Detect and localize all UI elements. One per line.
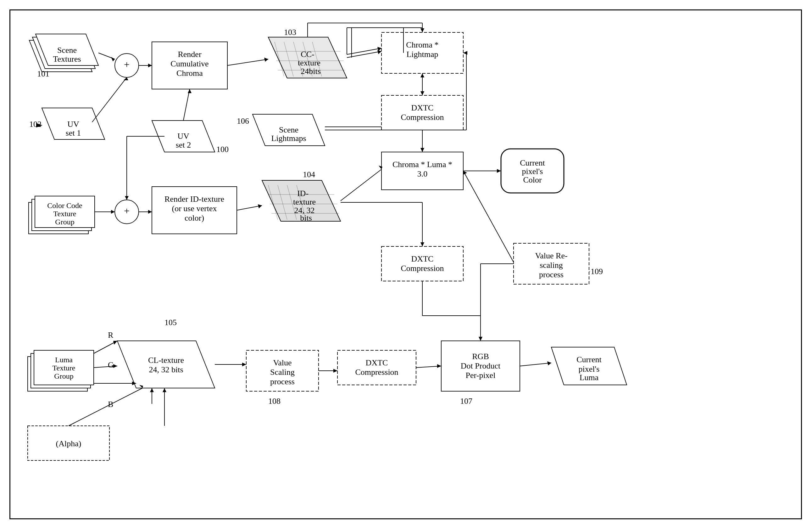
- svg-text:Color: Color: [523, 175, 542, 184]
- svg-marker-189: [377, 50, 381, 54]
- svg-line-76: [237, 206, 262, 210]
- svg-text:Luma: Luma: [580, 373, 599, 382]
- svg-text:+: +: [124, 59, 130, 70]
- svg-text:RGB: RGB: [472, 352, 489, 361]
- svg-text:Render ID-texture: Render ID-texture: [164, 195, 224, 204]
- svg-text:Texture: Texture: [54, 210, 76, 218]
- svg-marker-151: [163, 388, 166, 392]
- svg-line-61: [227, 59, 268, 66]
- svg-marker-22: [124, 78, 128, 80]
- svg-text:texture: texture: [293, 197, 316, 207]
- svg-text:process: process: [270, 377, 295, 386]
- svg-text:Scaling: Scaling: [270, 367, 295, 377]
- svg-text:24, 32 bits: 24, 32 bits: [149, 365, 183, 374]
- svg-text:process: process: [539, 270, 564, 279]
- svg-text:Lightmaps: Lightmaps: [271, 134, 306, 143]
- svg-text:104: 104: [303, 170, 315, 179]
- svg-text:Scene: Scene: [279, 125, 299, 135]
- svg-text:3.0: 3.0: [417, 169, 428, 179]
- svg-text:Per-pixel: Per-pixel: [466, 371, 496, 380]
- diagram-container: Scene Textures 101 UV set 1 102 Color Co…: [10, 10, 802, 519]
- svg-text:Compression: Compression: [355, 367, 398, 377]
- svg-text:pixel's: pixel's: [579, 364, 600, 374]
- svg-text:bits: bits: [300, 213, 312, 223]
- svg-text:set 2: set 2: [176, 140, 191, 150]
- svg-line-188: [347, 51, 381, 58]
- svg-text:Compression: Compression: [401, 113, 444, 122]
- svg-text:Value Re-: Value Re-: [535, 251, 567, 260]
- svg-text:DXTC: DXTC: [411, 254, 434, 263]
- svg-text:Chroma * Luma *: Chroma * Luma *: [392, 160, 452, 169]
- svg-line-179: [520, 363, 551, 366]
- svg-marker-97: [420, 91, 424, 95]
- svg-text:Render: Render: [178, 50, 201, 59]
- svg-marker-34: [188, 89, 191, 93]
- svg-text:DXTC: DXTC: [366, 358, 388, 367]
- svg-marker-141: [113, 341, 117, 345]
- svg-text:pixel's: pixel's: [522, 167, 543, 176]
- svg-marker-77: [258, 204, 262, 208]
- svg-text:Group: Group: [55, 218, 74, 226]
- svg-text:108: 108: [268, 396, 280, 406]
- diagram-svg: Scene Textures 101 UV set 1 102 Color Co…: [10, 10, 803, 520]
- svg-marker-158: [242, 363, 246, 366]
- svg-marker-197: [463, 51, 467, 55]
- svg-text:Cumulative: Cumulative: [171, 59, 208, 68]
- svg-text:Texture: Texture: [53, 364, 75, 372]
- svg-text:Chroma: Chroma: [176, 69, 203, 78]
- svg-text:ID-: ID-: [297, 189, 308, 198]
- svg-line-115: [340, 169, 381, 201]
- svg-text:100: 100: [216, 145, 229, 154]
- svg-line-146: [69, 388, 143, 426]
- svg-text:set 1: set 1: [66, 128, 81, 138]
- svg-text:Scene: Scene: [57, 46, 77, 55]
- svg-text:Compression: Compression: [401, 264, 444, 273]
- svg-text:UV: UV: [67, 120, 79, 129]
- svg-text:DXTC: DXTC: [411, 103, 434, 112]
- svg-text:Current: Current: [520, 158, 545, 167]
- svg-marker-163: [333, 369, 337, 373]
- svg-marker-108: [497, 169, 501, 173]
- svg-marker-28: [148, 64, 152, 67]
- svg-text:UV: UV: [177, 131, 189, 141]
- svg-text:texture: texture: [298, 58, 320, 67]
- svg-text:Lightmap: Lightmap: [406, 50, 438, 59]
- svg-text:(Alpha): (Alpha): [56, 439, 82, 448]
- svg-text:R: R: [108, 331, 114, 339]
- svg-text:G: G: [108, 360, 114, 369]
- svg-text:Luma: Luma: [55, 355, 73, 364]
- svg-marker-143: [113, 364, 117, 368]
- svg-text:Value: Value: [273, 358, 291, 367]
- svg-marker-102: [420, 148, 424, 152]
- svg-text:106: 106: [237, 116, 249, 126]
- svg-marker-114: [420, 242, 424, 247]
- svg-text:Current: Current: [577, 355, 601, 364]
- svg-text:Dot Product: Dot Product: [461, 361, 501, 371]
- svg-text:(or use vertex: (or use vertex: [172, 204, 217, 213]
- svg-text:scaling: scaling: [540, 261, 563, 270]
- svg-text:+: +: [124, 205, 130, 217]
- svg-text:103: 103: [284, 28, 296, 37]
- svg-marker-38: [111, 210, 115, 214]
- svg-marker-149: [150, 388, 154, 392]
- svg-text:Chroma *: Chroma *: [406, 40, 438, 50]
- svg-text:Group: Group: [54, 372, 73, 380]
- svg-text:CC-: CC-: [301, 50, 314, 59]
- svg-text:Textures: Textures: [53, 54, 81, 64]
- svg-text:102: 102: [29, 120, 42, 129]
- svg-marker-41: [125, 196, 129, 200]
- svg-text:Color Code: Color Code: [47, 201, 82, 210]
- svg-marker-62: [264, 58, 268, 62]
- svg-text:CL-texture: CL-texture: [148, 355, 184, 365]
- svg-text:color): color): [185, 213, 204, 223]
- svg-text:105: 105: [164, 318, 177, 327]
- svg-marker-170: [437, 364, 441, 368]
- svg-text:101: 101: [37, 69, 49, 78]
- svg-marker-191: [420, 28, 424, 32]
- svg-marker-180: [547, 361, 551, 365]
- svg-line-85: [347, 48, 381, 54]
- svg-line-33: [183, 89, 190, 121]
- svg-text:107: 107: [460, 396, 472, 406]
- svg-line-21: [92, 78, 127, 122]
- svg-text:109: 109: [591, 267, 603, 276]
